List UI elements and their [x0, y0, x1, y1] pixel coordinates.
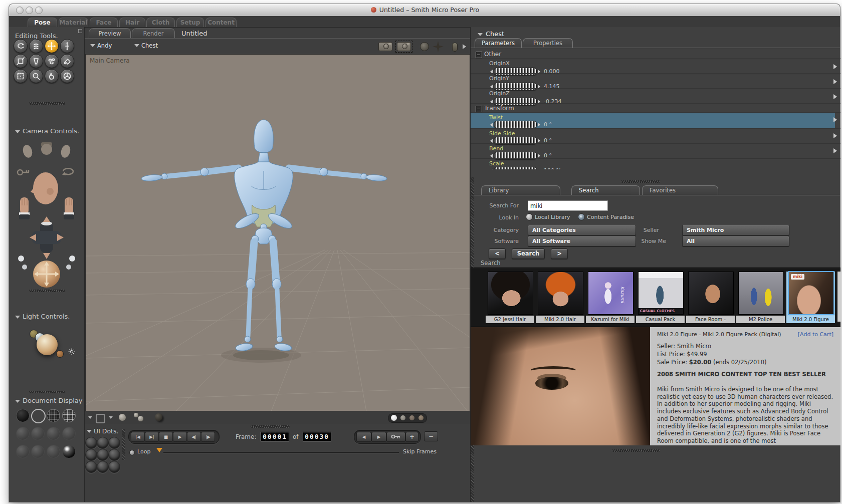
param-options-icon[interactable] [833, 94, 837, 99]
display-mode-outline[interactable] [31, 409, 46, 423]
ui-dot-1[interactable] [85, 437, 97, 449]
multi-ball-icon[interactable] [134, 413, 138, 417]
close-window-icon[interactable] [16, 7, 24, 14]
ui-dot-8[interactable] [97, 461, 109, 473]
tab-parameters[interactable]: Parameters [475, 38, 522, 48]
collapse-group-other-icon[interactable] [476, 52, 482, 58]
stop-button[interactable]: ■ [159, 432, 173, 442]
search-button[interactable]: Search [512, 248, 545, 259]
ui-dot-2[interactable] [97, 437, 109, 449]
content-paradise-radio[interactable] [578, 213, 585, 220]
shadow-toggle-icon[interactable] [155, 413, 162, 421]
ui-dot-7[interactable] [85, 461, 97, 473]
thumbnail-image[interactable] [538, 272, 583, 315]
result-thumb[interactable]: Kazumi Kazumi for Miki [586, 272, 635, 323]
twist-dial[interactable] [494, 121, 537, 128]
tab-favorites[interactable]: Favorites [642, 185, 718, 195]
ui-dot-6[interactable] [108, 449, 120, 461]
local-library-label[interactable]: Local Library [535, 214, 570, 220]
timeline-playhead[interactable] [156, 448, 162, 452]
thumbnail-image[interactable]: miki [788, 271, 834, 315]
thumbnail-label[interactable]: Face Room - [686, 316, 735, 323]
sidebar-separator[interactable] [29, 290, 65, 292]
tab-setup[interactable]: Setup [176, 18, 204, 27]
first-frame-button[interactable]: |◀ [131, 432, 145, 442]
figure-menu-icon[interactable] [90, 44, 95, 47]
add-keyframe-button[interactable]: + [405, 432, 418, 442]
param-value-originy[interactable]: 4.145 [544, 83, 560, 90]
thumbnail-label[interactable]: Miki 2.0 Hair [536, 316, 584, 323]
document-display-collapse-icon[interactable] [15, 400, 20, 403]
camera-select-icon[interactable] [397, 42, 411, 51]
tab-hair[interactable]: Hair [119, 18, 145, 27]
camera-controls-cluster[interactable] [14, 138, 79, 291]
sidebar-separator[interactable] [29, 102, 65, 105]
sidebar-separator[interactable] [29, 391, 65, 393]
result-thumb[interactable]: Miki 2.0 Hair [536, 272, 584, 323]
tab-pose[interactable]: Pose [28, 18, 57, 27]
figure-selector[interactable]: Andy [97, 42, 112, 49]
step-forward-button[interactable]: |▶ [201, 432, 215, 442]
camera-dot-1[interactable] [391, 415, 397, 421]
scale-dial[interactable] [494, 167, 537, 169]
result-thumb[interactable]: M2 Police [736, 272, 785, 323]
last-frame-button[interactable]: ▶| [145, 432, 159, 442]
ui-dot-5[interactable] [97, 449, 109, 461]
display-mode-flat-shaded[interactable] [31, 427, 45, 440]
camera-dot-3[interactable] [409, 415, 414, 420]
title-bar[interactable]: Untitled – Smith Micro Poser Pro [9, 4, 840, 17]
trackball-icon[interactable] [420, 42, 429, 51]
panel-corner-handle[interactable] [78, 29, 82, 33]
result-thumb[interactable]: G2 Jessi Hair [486, 272, 534, 323]
category-select[interactable]: All Categories [528, 225, 636, 235]
doc-controls-expand-icon[interactable] [463, 44, 466, 49]
ui-dot-3[interactable] [108, 437, 120, 449]
local-library-radio[interactable] [526, 213, 533, 220]
actor-selector[interactable]: Chest [141, 42, 158, 49]
previous-page-button[interactable]: < [489, 248, 506, 259]
param-options-icon[interactable] [833, 117, 837, 122]
light-trackball[interactable] [37, 334, 58, 355]
next-page-button[interactable]: > [551, 248, 568, 259]
originy-dial[interactable] [494, 83, 537, 90]
thumbnail-image[interactable] [688, 272, 734, 315]
grouping-tool-button[interactable] [14, 69, 28, 83]
twist-tool-button[interactable] [29, 39, 43, 53]
thumbnail-label[interactable]: Miki 2.0 Figure [786, 316, 835, 323]
ui-dot-9[interactable] [108, 461, 120, 473]
seller-select[interactable]: Smith Micro [682, 225, 789, 235]
actor-menu-icon[interactable] [134, 44, 139, 47]
camera-flyaround-icon[interactable] [378, 42, 392, 51]
sun-icon[interactable] [68, 348, 76, 358]
tab-library[interactable]: Library [481, 185, 560, 195]
software-select[interactable]: All Software [528, 236, 636, 246]
timeline-drag-handle[interactable] [122, 429, 125, 460]
previous-key-button[interactable]: ◀ [356, 432, 371, 442]
move-xy-icon[interactable] [433, 41, 444, 52]
add-to-cart-link[interactable]: [Add to Cart] [798, 331, 833, 338]
tracking-menu-icon[interactable] [109, 416, 113, 419]
translate-in-out-tool-button[interactable] [60, 39, 74, 53]
timeline-separator[interactable] [251, 425, 290, 428]
search-input[interactable] [528, 200, 608, 211]
display-mode-smooth-lined[interactable] [31, 445, 45, 458]
thumbnail-image[interactable]: Kazumi [588, 272, 634, 315]
originz-dial[interactable] [494, 98, 537, 105]
tab-face[interactable]: Face [90, 18, 118, 27]
orbit-tool-button[interactable] [60, 69, 74, 83]
param-value-scale[interactable]: 100 % [544, 167, 561, 169]
color-tool-button[interactable] [60, 54, 74, 68]
display-mode-texture-shaded[interactable] [47, 445, 60, 458]
display-mode-hidden-line[interactable] [62, 409, 76, 422]
param-options-icon[interactable] [833, 79, 837, 84]
viewport[interactable]: Main Camera [85, 54, 470, 412]
minimize-window-icon[interactable] [26, 7, 33, 14]
display-mode-flat-lined[interactable] [47, 427, 60, 440]
tab-properties[interactable]: Properties [523, 38, 573, 48]
direct-manipulation-tool-button[interactable] [45, 69, 59, 83]
camera-controls-collapse-icon[interactable] [15, 130, 20, 133]
thumbnail-label[interactable]: Kazumi for Miki [586, 316, 635, 323]
display-mode-wireframe[interactable] [47, 409, 60, 422]
camera-dot-4[interactable] [418, 415, 424, 420]
actor-params-collapse-icon[interactable] [478, 33, 483, 36]
